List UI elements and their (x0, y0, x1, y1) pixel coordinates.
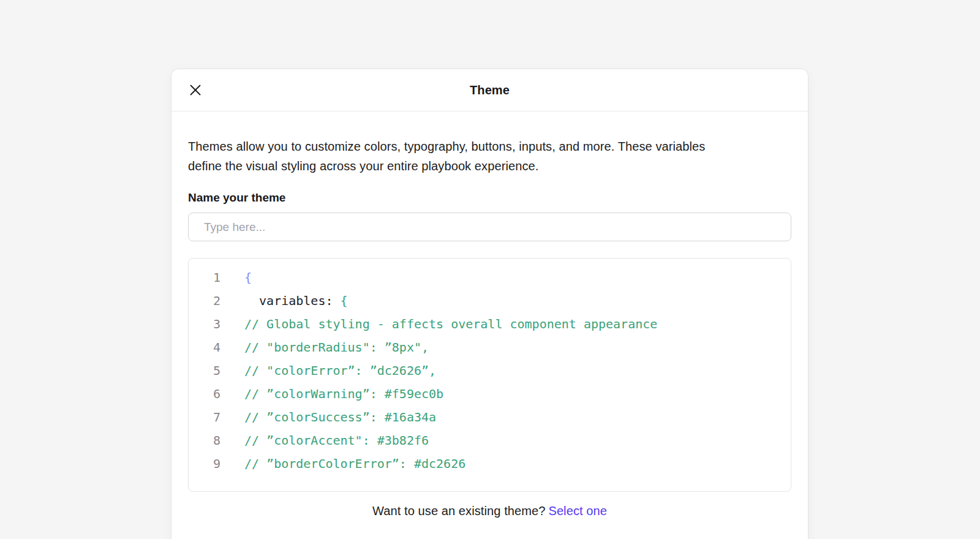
code-line: 8// ”colorAccent": #3b82f6 (189, 429, 791, 452)
code-text: // ”borderColorError”: #dc2626 (244, 456, 466, 471)
line-number: 6 (189, 386, 221, 401)
code-line: 4// "borderRadius": ”8px", (189, 336, 791, 359)
code-text: // ”colorAccent": #3b82f6 (244, 433, 429, 448)
theme-name-input[interactable] (188, 213, 791, 241)
theme-name-label: Name your theme (188, 190, 791, 205)
code-line: 5// "colorError”: ”dc2626”, (189, 359, 791, 382)
line-number: 8 (189, 433, 221, 448)
line-number: 4 (189, 340, 221, 355)
line-number: 2 (189, 293, 221, 308)
line-number: 3 (189, 317, 221, 331)
code-line: 2 variables: { (189, 289, 791, 312)
close-icon (189, 84, 202, 96)
code-text: // ”colorWarning”: #f59ec0b (244, 386, 443, 401)
line-number: 5 (189, 363, 221, 378)
code-text: // "borderRadius": ”8px", (244, 340, 429, 355)
code-text: // ”colorSuccess”: #16a34a (244, 410, 436, 424)
code-text: { (244, 270, 252, 285)
modal-body: Themes allow you to customize colors, ty… (172, 111, 808, 519)
modal-title: Theme (470, 83, 510, 97)
select-theme-link[interactable]: Select one (548, 504, 607, 518)
code-text: // Global styling - affects overall comp… (244, 317, 657, 331)
modal-header: Theme (172, 69, 808, 111)
close-button[interactable] (185, 80, 206, 100)
code-line: 9// ”borderColorError”: #dc2626 (189, 452, 791, 475)
existing-theme-text: Want to use an existing theme? (372, 504, 545, 518)
theme-code-editor[interactable]: 1{2 variables: {3// Global styling - aff… (188, 258, 791, 492)
code-line: 7// ”colorSuccess”: #16a34a (189, 405, 791, 429)
line-number: 7 (189, 410, 221, 424)
existing-theme-prompt: Want to use an existing theme?Select one (188, 502, 791, 519)
line-number: 9 (189, 456, 221, 471)
code-text: variables: { (244, 293, 348, 308)
modal-description: Themes allow you to customize colors, ty… (188, 137, 727, 176)
line-number: 1 (189, 270, 221, 285)
code-line: 1{ (189, 266, 791, 289)
theme-modal: Theme Themes allow you to customize colo… (171, 69, 809, 539)
code-text: // "colorError”: ”dc2626”, (244, 363, 436, 378)
code-line: 6// ”colorWarning”: #f59ec0b (189, 382, 791, 405)
code-line: 3// Global styling - affects overall com… (189, 312, 791, 336)
